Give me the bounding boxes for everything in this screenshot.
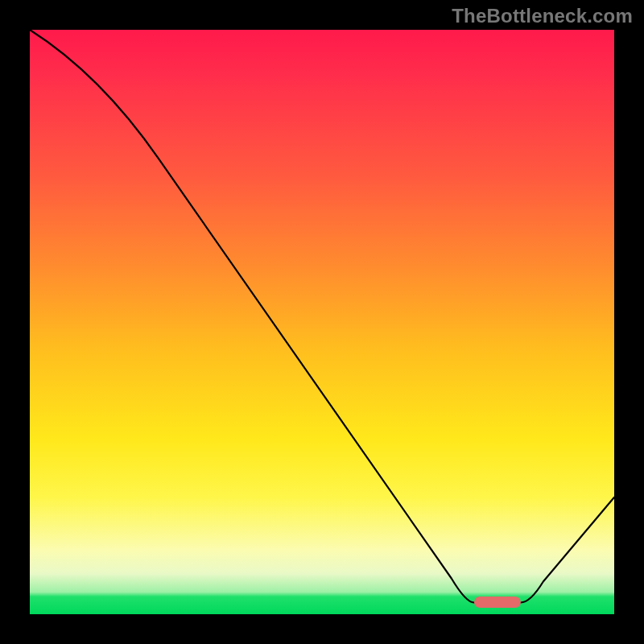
bottleneck-curve: [30, 30, 614, 603]
plot-area: [30, 30, 614, 614]
chart-frame: TheBottleneck.com: [0, 0, 644, 644]
optimal-marker: [474, 597, 521, 608]
watermark-text: TheBottleneck.com: [452, 5, 633, 27]
optimal-marker-wrap: [474, 597, 521, 608]
curve-svg: [30, 30, 614, 614]
